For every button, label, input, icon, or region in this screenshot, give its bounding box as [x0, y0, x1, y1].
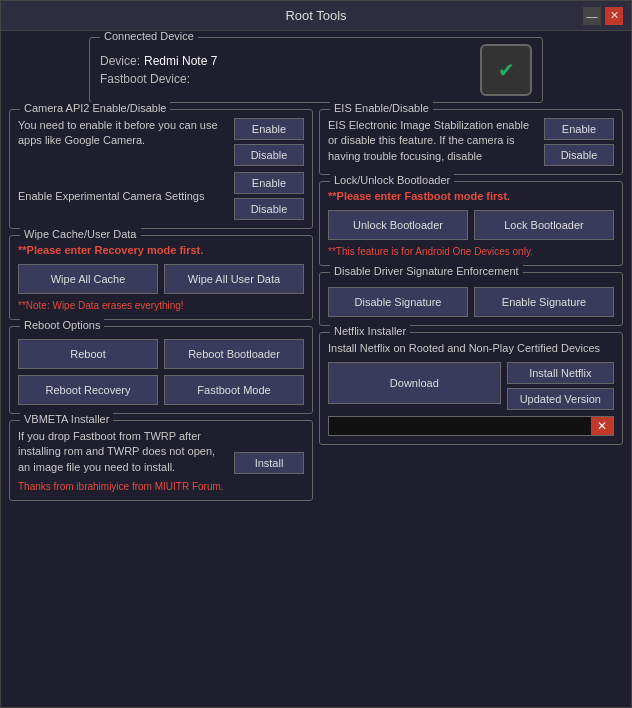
experimental-label: Enable Experimental Camera Settings	[18, 190, 228, 202]
wipe-buttons: Wipe All Cache Wipe All User Data	[18, 264, 304, 294]
device-label: Device:	[100, 54, 140, 68]
connected-device-label: Connected Device	[100, 31, 198, 42]
right-column: EIS Enable/Disable EIS Electronic Image …	[319, 109, 623, 701]
bootloader-label: Lock/Unlock Bootloader	[330, 174, 454, 186]
main-window: Root Tools — ✕ Connected Device Device: …	[0, 0, 632, 708]
left-column: Camera API2 Enable/Disable You need to e…	[9, 109, 313, 701]
netflix-panel: Netflix Installer Install Netflix on Roo…	[319, 332, 623, 445]
netflix-install-button[interactable]: Install Netflix	[507, 362, 614, 384]
eis-label: EIS Enable/Disable	[330, 102, 433, 114]
camera-disable-button[interactable]: Disable	[234, 144, 304, 166]
wipe-note: **Note: Wipe Data erases everything!	[18, 300, 304, 311]
enable-signature-button[interactable]: Enable Signature	[474, 287, 614, 317]
exp-disable-button[interactable]: Disable	[234, 198, 304, 220]
camera-desc-block: You need to enable it before you can use…	[18, 118, 228, 166]
vbmeta-install-button[interactable]: Install	[234, 452, 304, 474]
bootloader-panel: Lock/Unlock Bootloader **Please enter Fa…	[319, 181, 623, 266]
reboot-recovery-button[interactable]: Reboot Recovery	[18, 375, 158, 405]
camera-description: You need to enable it before you can use…	[18, 118, 228, 149]
reboot-button[interactable]: Reboot	[18, 339, 158, 369]
vbmeta-label: VBMETA Installer	[20, 413, 113, 425]
netflix-updated-button[interactable]: Updated Version	[507, 388, 614, 410]
wipe-cache-button[interactable]: Wipe All Cache	[18, 264, 158, 294]
main-grid: Camera API2 Enable/Disable You need to e…	[9, 109, 623, 701]
exp-enable-button[interactable]: Enable	[234, 172, 304, 194]
unlock-bootloader-button[interactable]: Unlock Bootloader	[328, 210, 468, 240]
disable-driver-panel: Disable Driver Signature Enforcement Dis…	[319, 272, 623, 326]
reboot-grid: Reboot Reboot Bootloader Reboot Recovery…	[18, 339, 304, 405]
camera-btn-pair: Enable Disable	[234, 118, 304, 166]
camera-top: You need to enable it before you can use…	[18, 118, 304, 166]
camera-api-panel: Camera API2 Enable/Disable You need to e…	[9, 109, 313, 229]
eis-enable-button[interactable]: Enable	[544, 118, 614, 140]
netflix-download-button[interactable]: Download	[328, 362, 501, 404]
window-title: Root Tools	[49, 8, 583, 23]
eis-panel: EIS Enable/Disable EIS Electronic Image …	[319, 109, 623, 175]
eis-top: EIS Electronic Image Stabilization enabl…	[328, 118, 614, 166]
wipe-warning: **Please enter Recovery mode first.	[18, 244, 304, 256]
wipe-user-button[interactable]: Wipe All User Data	[164, 264, 304, 294]
fastboot-row: Fastboot Device:	[100, 72, 217, 86]
netflix-url-bar: ✕	[328, 416, 614, 436]
connected-device-panel: Connected Device Device: Redmi Note 7 Fa…	[89, 37, 543, 103]
eis-description: EIS Electronic Image Stabilization enabl…	[328, 118, 538, 166]
lock-bootloader-button[interactable]: Lock Bootloader	[474, 210, 614, 240]
netflix-row: Download Install Netflix Updated Version	[328, 362, 614, 410]
netflix-url-input[interactable]	[329, 417, 591, 435]
fastboot-label: Fastboot Device:	[100, 72, 190, 86]
bootloader-note: **This feature is for Android One Device…	[328, 246, 614, 257]
bootloader-warning: **Please enter Fastboot mode first.	[328, 190, 614, 202]
eis-btn-pair: Enable Disable	[544, 118, 614, 166]
content-area: Connected Device Device: Redmi Note 7 Fa…	[1, 31, 631, 707]
vbmeta-panel: VBMETA Installer If you drop Fastboot fr…	[9, 420, 313, 501]
camera-api-label: Camera API2 Enable/Disable	[20, 102, 170, 114]
window-controls: — ✕	[583, 7, 623, 25]
netflix-side: Install Netflix Updated Version	[507, 362, 614, 410]
reboot-bootloader-button[interactable]: Reboot Bootloader	[164, 339, 304, 369]
camera-enable-button[interactable]: Enable	[234, 118, 304, 140]
title-bar: Root Tools — ✕	[1, 1, 631, 31]
minimize-button[interactable]: —	[583, 7, 601, 25]
fastboot-mode-button[interactable]: Fastboot Mode	[164, 375, 304, 405]
netflix-download-area: Download	[328, 362, 501, 410]
boot-buttons: Unlock Bootloader Lock Bootloader	[328, 210, 614, 240]
camera-bottom: Enable Experimental Camera Settings Enab…	[18, 172, 304, 220]
device-info: Device: Redmi Note 7 Fastboot Device:	[100, 54, 217, 86]
netflix-label: Netflix Installer	[330, 325, 410, 337]
netflix-url-clear-button[interactable]: ✕	[591, 417, 613, 435]
phone-icon	[480, 44, 532, 96]
wipe-cache-label: Wipe Cache/User Data	[20, 228, 141, 240]
netflix-description: Install Netflix on Rooted and Non-Play C…	[328, 341, 614, 356]
disable-signature-button[interactable]: Disable Signature	[328, 287, 468, 317]
close-button[interactable]: ✕	[605, 7, 623, 25]
device-value: Redmi Note 7	[144, 54, 217, 68]
wipe-cache-panel: Wipe Cache/User Data **Please enter Reco…	[9, 235, 313, 320]
device-row: Device: Redmi Note 7	[100, 54, 217, 68]
vbmeta-description: If you drop Fastboot from TWRP after ins…	[18, 429, 228, 475]
vbmeta-credit: Thanks from ibrahimiyice from MIUITR For…	[18, 481, 228, 492]
disable-driver-label: Disable Driver Signature Enforcement	[330, 265, 523, 277]
driver-buttons: Disable Signature Enable Signature	[328, 287, 614, 317]
reboot-label: Reboot Options	[20, 319, 104, 331]
reboot-panel: Reboot Options Reboot Reboot Bootloader …	[9, 326, 313, 414]
exp-btn-pair: Enable Disable	[234, 172, 304, 220]
eis-disable-button[interactable]: Disable	[544, 144, 614, 166]
